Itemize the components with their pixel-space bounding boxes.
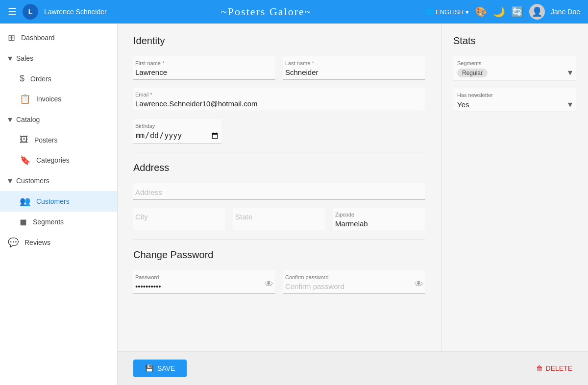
state-input[interactable] xyxy=(235,212,323,222)
invoices-icon: 📋 xyxy=(20,94,30,104)
email-row: Email * xyxy=(133,88,425,111)
password-input[interactable] xyxy=(135,281,273,291)
main-form: Identity First name * Last name * xyxy=(118,24,441,351)
first-name-input[interactable] xyxy=(135,67,273,77)
save-icon: 💾 xyxy=(145,364,153,372)
chevron-down-icon: ▾ xyxy=(8,53,12,64)
sidebar-orders-label: Orders xyxy=(30,75,51,83)
city-field xyxy=(133,208,225,231)
last-name-input[interactable] xyxy=(285,67,423,77)
has-newsletter-value: Yes xyxy=(457,100,469,109)
chevron-down-icon: ▾ xyxy=(8,175,12,186)
dashboard-icon: ⊞ xyxy=(8,32,15,43)
bottom-bar: 💾 SAVE 🗑 DELETE xyxy=(118,351,588,385)
sidebar-reviews-label: Reviews xyxy=(24,239,50,246)
save-button[interactable]: 💾 SAVE xyxy=(133,360,187,377)
segments-select-row[interactable]: Regular ▾ xyxy=(457,67,572,78)
has-newsletter-select-row[interactable]: Yes ▾ xyxy=(457,99,572,110)
sidebar-item-invoices[interactable]: 📋 Invoices xyxy=(0,89,117,109)
sidebar-item-reviews[interactable]: 💬 Reviews xyxy=(0,232,117,253)
sidebar-sales-section[interactable]: ▾ Sales xyxy=(0,48,117,69)
topbar-jane-label: Jane Doe xyxy=(551,8,580,16)
main-layout: ⊞ Dashboard ▾ Sales $ Orders 📋 Invoices … xyxy=(0,24,588,385)
identity-title: Identity xyxy=(133,35,425,47)
last-name-field: Last name * xyxy=(283,56,425,80)
birthday-input[interactable] xyxy=(135,130,220,142)
language-icon: 🌐 xyxy=(426,8,434,16)
password-field: Password 👁 xyxy=(133,270,275,294)
confirm-password-input[interactable] xyxy=(285,281,423,291)
confirm-password-field: Confirm password 👁 xyxy=(283,270,425,294)
address-row xyxy=(133,183,425,200)
sidebar-segments-label: Segments xyxy=(33,218,64,226)
sidebar: ⊞ Dashboard ▾ Sales $ Orders 📋 Invoices … xyxy=(0,24,118,385)
refresh-icon[interactable]: 🔄 xyxy=(511,6,523,18)
sidebar-item-segments[interactable]: ◼ Segments xyxy=(0,212,117,232)
theme-icon[interactable]: 🌙 xyxy=(493,6,505,18)
language-selector[interactable]: 🌐 ENGLISH ▾ xyxy=(426,8,469,16)
topbar-right: 🌐 ENGLISH ▾ 🎨 🌙 🔄 👤 Jane Doe xyxy=(426,4,580,20)
state-field xyxy=(233,208,325,231)
sidebar-item-customers[interactable]: 👥 Customers xyxy=(0,191,117,212)
topbar-username: Lawrence Schneider xyxy=(44,8,107,16)
brand-title: ~Posters Galore~ xyxy=(113,5,420,18)
confirm-password-label: Confirm password xyxy=(285,274,423,280)
email-label: Email * xyxy=(135,92,423,97)
delete-icon: 🗑 xyxy=(536,364,543,372)
sidebar-dashboard-label: Dashboard xyxy=(21,34,55,42)
first-name-label: First name * xyxy=(135,60,273,66)
city-input[interactable] xyxy=(135,212,223,222)
sidebar-catalog-label: Catalog xyxy=(16,116,40,123)
sidebar-customers-label: Customers xyxy=(36,197,70,205)
birthday-row: Birthday xyxy=(133,119,221,144)
birthday-label: Birthday xyxy=(135,123,220,129)
first-name-field: First name * xyxy=(133,56,275,80)
customers-icon: 👥 xyxy=(20,196,30,207)
reviews-icon: 💬 xyxy=(8,237,19,248)
change-password-section: Change Password Password 👁 Confirm passw… xyxy=(133,249,425,294)
segments-label: Segments xyxy=(457,60,572,66)
zipcode-label: Zipcode xyxy=(335,212,423,217)
last-name-label: Last name * xyxy=(285,60,423,66)
password-visibility-icon[interactable]: 👁 xyxy=(265,279,273,289)
email-input[interactable] xyxy=(135,98,423,109)
chevron-down-icon: ▾ xyxy=(8,114,12,125)
birthday-field: Birthday xyxy=(133,119,221,144)
confirm-password-visibility-icon[interactable]: 👁 xyxy=(415,279,423,289)
password-row: Password 👁 Confirm password 👁 xyxy=(133,270,425,294)
sidebar-customers-section[interactable]: ▾ Customers xyxy=(0,170,117,191)
palette-icon[interactable]: 🎨 xyxy=(475,6,487,18)
orders-icon: $ xyxy=(20,73,24,84)
name-row: First name * Last name * xyxy=(133,56,425,80)
sidebar-posters-label: Posters xyxy=(34,136,57,144)
address-input[interactable] xyxy=(135,187,423,197)
segments-icon: ◼ xyxy=(20,217,27,227)
sidebar-item-orders[interactable]: $ Orders xyxy=(0,69,117,89)
sidebar-catalog-section[interactable]: ▾ Catalog xyxy=(0,109,117,130)
content-area: Identity First name * Last name * xyxy=(118,24,588,385)
sidebar-customers-section-label: Customers xyxy=(16,177,49,185)
has-newsletter-select-field: Has newsletter Yes ▾ xyxy=(453,88,576,112)
segments-select-field: Segments Regular ▾ xyxy=(453,56,576,80)
delete-button[interactable]: 🗑 DELETE xyxy=(536,364,572,372)
save-label: SAVE xyxy=(157,364,175,372)
posters-icon: 🖼 xyxy=(20,135,28,145)
segments-chevron-icon[interactable]: ▾ xyxy=(568,67,572,78)
sidebar-item-dashboard[interactable]: ⊞ Dashboard xyxy=(0,27,117,48)
sidebar-item-categories[interactable]: 🔖 Categories xyxy=(0,150,117,170)
stats-content: Stats Segments Regular ▾ Has newsletter xyxy=(441,24,588,112)
address-field xyxy=(133,183,425,200)
has-newsletter-chevron-icon[interactable]: ▾ xyxy=(568,99,572,110)
menu-icon[interactable]: ☰ xyxy=(8,6,17,18)
password-label: Password xyxy=(135,274,273,280)
form-area: Identity First name * Last name * xyxy=(118,24,441,313)
segments-value-badge: Regular xyxy=(457,69,488,77)
delete-label: DELETE xyxy=(546,364,572,372)
sidebar-sales-label: Sales xyxy=(16,54,33,62)
jane-avatar: 👤 xyxy=(529,4,545,20)
topbar: ☰ L Lawrence Schneider ~Posters Galore~ … xyxy=(0,0,588,24)
zipcode-input[interactable] xyxy=(335,218,423,229)
city-state-zip-row: Zipcode xyxy=(133,208,425,231)
sidebar-item-posters[interactable]: 🖼 Posters xyxy=(0,130,117,150)
language-label: ENGLISH xyxy=(436,8,464,16)
